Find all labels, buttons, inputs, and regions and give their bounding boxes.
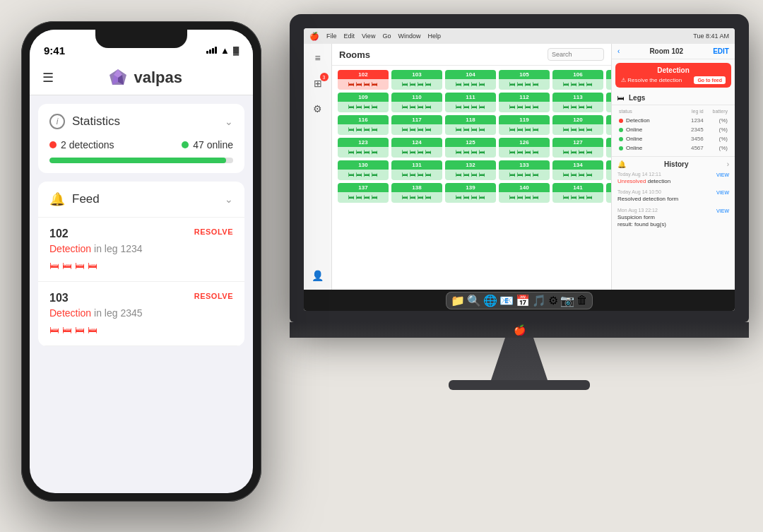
signal-icon xyxy=(206,47,217,54)
room-cell[interactable]: 125🛏🛏🛏🛏 xyxy=(445,138,496,158)
bed-icon: 🛏 xyxy=(563,148,569,155)
bed-icon: 🛏 xyxy=(348,171,355,178)
menubar-help[interactable]: Help xyxy=(427,32,441,40)
room-cell[interactable]: 109🛏🛏🛏🛏 xyxy=(338,93,389,112)
panel-back-button[interactable]: ‹ xyxy=(617,47,620,55)
dock-icon[interactable]: 🗑 xyxy=(576,294,588,307)
room-beds: 🛏🛏🛏🛏 xyxy=(338,102,389,112)
room-cell[interactable]: 132🛏🛏🛏🛏 xyxy=(445,160,496,180)
resolve-button[interactable]: RESOLVE xyxy=(194,227,233,236)
bed-icon: 🛏 xyxy=(479,148,485,155)
room-cell[interactable]: 110🛏🛏🛏🛏 xyxy=(391,93,442,112)
dock-icon[interactable]: 🎵 xyxy=(532,294,546,307)
room-cell[interactable]: 104🛏🛏🛏🛏 xyxy=(445,70,496,90)
room-cell[interactable]: 106🛏🛏🛏🛏 xyxy=(552,70,603,90)
room-cell[interactable]: 135🛏🛏🛏🛏 xyxy=(606,160,611,180)
dock-icon[interactable]: 🌐 xyxy=(483,294,497,307)
room-cell[interactable]: 131🛏🛏🛏🛏 xyxy=(391,160,442,180)
bed-icon: 🛏 xyxy=(586,103,593,110)
room-cell[interactable]: 103🛏🛏🛏🛏 xyxy=(391,70,442,90)
resolve-button[interactable]: RESOLVE xyxy=(194,292,233,300)
room-cell[interactable]: 117🛏🛏🛏🛏 xyxy=(391,115,442,135)
room-cell[interactable]: 142🛏🛏🛏🛏 xyxy=(606,183,611,203)
room-cell[interactable]: 113🛏🛏🛏🛏 xyxy=(552,93,603,112)
room-cell[interactable]: 118🛏🛏🛏🛏 xyxy=(445,115,496,135)
history-view-button[interactable]: VIEW xyxy=(716,190,729,195)
feed-collapse-icon[interactable]: ⌄ xyxy=(225,194,233,205)
room-cell[interactable]: 124🛏🛏🛏🛏 xyxy=(391,138,442,158)
history-item: Today Aug 14 10:50 VIEW Resolved detecti… xyxy=(617,189,729,203)
info-icon[interactable]: i xyxy=(49,114,65,129)
bed-icon: 🛏 xyxy=(479,194,485,201)
rooms-search-input[interactable] xyxy=(548,48,604,61)
bed-icon: 🛏 xyxy=(410,81,416,88)
room-cell[interactable]: 126🛏🛏🛏🛏 xyxy=(499,138,550,158)
room-cell[interactable]: 133🛏🛏🛏🛏 xyxy=(499,160,550,180)
room-cell[interactable]: 127🛏🛏🛏🛏 xyxy=(552,138,603,158)
room-cell[interactable]: 141🛏🛏🛏🛏 xyxy=(552,183,603,203)
history-view-button[interactable]: VIEW xyxy=(716,208,729,213)
sidebar-profile-icon[interactable]: 👤 xyxy=(309,267,326,284)
apple-logo-icon: 🍎 xyxy=(514,324,526,336)
room-number: 120 xyxy=(552,115,603,124)
sidebar-grid-icon[interactable]: ⊞ 3 xyxy=(309,75,326,92)
bed-icon: 🛏 xyxy=(364,126,370,133)
leg-status: Online xyxy=(619,136,667,142)
dock-icon[interactable]: 📁 xyxy=(451,294,465,307)
menubar-view[interactable]: View xyxy=(362,32,375,40)
go-to-feed-button[interactable]: Go to feed xyxy=(694,76,726,84)
bed-icon: 🛏 xyxy=(533,103,539,110)
room-cell[interactable]: 105🛏🛏🛏🛏 xyxy=(499,70,550,90)
room-number: 141 xyxy=(552,183,603,192)
bed-icon: 🛏 xyxy=(525,148,531,155)
room-cell[interactable]: 128🛏🛏🛏🛏 xyxy=(606,138,611,158)
sidebar-settings-icon[interactable]: ⚙ xyxy=(309,100,326,117)
room-beds: 🛏🛏🛏🛏 xyxy=(391,102,442,112)
detection-word: Detection xyxy=(49,243,91,254)
bed-icon: 🛏 xyxy=(418,103,424,110)
menubar-file[interactable]: File xyxy=(326,32,337,40)
room-cell[interactable]: 138🛏🛏🛏🛏 xyxy=(391,183,442,203)
room-cell[interactable]: 130🛏🛏🛏🛏 xyxy=(338,160,389,180)
feed-room-number: 102 xyxy=(49,227,69,240)
apple-menu-icon[interactable]: 🍎 xyxy=(309,32,319,41)
menubar-edit[interactable]: Edit xyxy=(344,32,355,40)
room-beds: 🛏🛏🛏🛏 xyxy=(445,170,496,180)
imac-stand xyxy=(484,338,555,380)
room-cell[interactable]: 112🛏🛏🛏🛏 xyxy=(499,93,550,112)
room-number: 118 xyxy=(445,115,496,124)
room-cell[interactable]: 111🛏🛏🛏🛏 xyxy=(445,93,496,112)
room-number: 106 xyxy=(552,70,603,79)
room-cell[interactable]: 120🛏🛏🛏🛏 xyxy=(552,115,603,135)
room-cell[interactable]: 102🛏🛏🛏🛏 xyxy=(338,70,389,90)
room-cell[interactable]: 116🛏🛏🛏🛏 xyxy=(338,115,389,135)
history-view-button[interactable]: VIEW xyxy=(716,172,729,177)
statistics-collapse-icon[interactable]: ⌄ xyxy=(225,116,233,127)
room-cell[interactable]: 121🛏🛏🛏🛏 xyxy=(606,115,611,135)
room-cell[interactable]: 107🛏🛏🛏🛏 xyxy=(606,70,611,90)
room-cell[interactable]: 119🛏🛏🛏🛏 xyxy=(499,115,550,135)
room-cell[interactable]: 134🛏🛏🛏🛏 xyxy=(552,160,603,180)
history-chevron-icon[interactable]: › xyxy=(727,160,729,168)
panel-edit-button[interactable]: EDIT xyxy=(713,47,729,55)
room-number: 116 xyxy=(338,115,389,124)
dock-icon[interactable]: 🔍 xyxy=(467,294,481,307)
dock-icon[interactable]: 📅 xyxy=(516,294,530,307)
bed-icon: 🛏 xyxy=(456,103,462,110)
room-cell[interactable]: 140🛏🛏🛏🛏 xyxy=(499,183,550,203)
menubar-go[interactable]: Go xyxy=(382,32,391,40)
hamburger-icon[interactable]: ☰ xyxy=(42,70,54,85)
leg-status: Online xyxy=(619,145,667,151)
room-cell[interactable]: 137🛏🛏🛏🛏 xyxy=(338,183,389,203)
leg-battery: (%) xyxy=(704,145,728,151)
room-cell[interactable]: 114🛏🛏🛏🛏 xyxy=(606,93,611,112)
room-cell[interactable]: 139🛏🛏🛏🛏 xyxy=(445,183,496,203)
dock-icon[interactable]: ⚙ xyxy=(548,294,558,307)
bed-icon: 🛏 xyxy=(410,126,416,133)
room-number: 131 xyxy=(391,160,442,170)
menubar-window[interactable]: Window xyxy=(398,32,420,40)
dock-icon[interactable]: 📧 xyxy=(499,294,514,307)
sidebar-menu-icon[interactable]: ≡ xyxy=(309,49,326,66)
dock-icon[interactable]: 📷 xyxy=(560,294,574,307)
room-cell[interactable]: 123🛏🛏🛏🛏 xyxy=(338,138,389,158)
